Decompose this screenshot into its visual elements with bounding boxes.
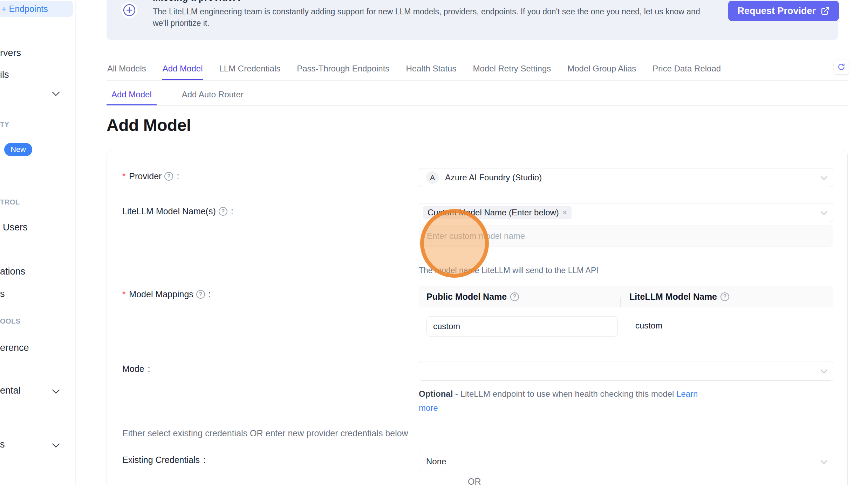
sidebar-item-experimental[interactable]: ental — [0, 385, 21, 396]
add-model-subtabs: Add Model Add Auto Router — [107, 87, 848, 106]
model-names-select[interactable]: Custom Model Name (Enter below) × — [419, 203, 833, 222]
sidebar-item-organizations[interactable]: ations — [0, 266, 25, 277]
tab-llm-credentials[interactable]: LLM Credentials — [218, 59, 281, 80]
sidebar-item-endpoints[interactable]: + Endpoints — [0, 1, 73, 17]
mappings-header-row: Public Model Name ? LiteLLM Model Name ? — [419, 286, 833, 307]
provider-select[interactable]: A Azure AI Foundry (Studio) — [419, 168, 833, 187]
external-link-icon — [821, 6, 830, 15]
provider-label: * Provider ? : — [122, 171, 179, 181]
request-provider-button[interactable]: Request Provider — [728, 1, 839, 21]
chevron-down-icon — [821, 208, 827, 215]
chevron-down-icon — [821, 173, 827, 180]
tab-model-group-alias[interactable]: Model Group Alias — [567, 59, 637, 80]
required-asterisk: * — [122, 172, 125, 181]
litellm-model-name-header: LiteLLM Model Name ? — [620, 292, 833, 302]
sidebar-item-reference[interactable]: erence — [0, 342, 29, 353]
litellm-model-name-value: custom — [635, 321, 662, 331]
refresh-icon — [838, 63, 845, 71]
subtab-add-model[interactable]: Add Model — [107, 87, 157, 105]
mode-label: Mode : — [122, 364, 150, 374]
sidebar-item-teams[interactable]: s — [0, 289, 5, 299]
model-tabs: All Models Add Model LLM Credentials Pas… — [107, 59, 848, 81]
help-icon[interactable]: ? — [219, 207, 227, 216]
tab-all-models[interactable]: All Models — [107, 59, 147, 80]
tab-price-data-reload[interactable]: Price Data Reload — [652, 59, 722, 80]
or-divider: OR — [468, 477, 481, 485]
help-icon[interactable]: ? — [720, 292, 729, 301]
sidebar-item-settings[interactable]: s — [0, 439, 5, 450]
model-mappings-label: * Model Mappings ? : — [122, 289, 211, 299]
plus-circle-icon — [121, 2, 137, 18]
request-provider-label: Request Provider — [737, 6, 816, 16]
tab-health-status[interactable]: Health Status — [405, 59, 457, 80]
required-asterisk: * — [122, 290, 125, 299]
chevron-down-icon[interactable] — [52, 89, 60, 96]
tab-pass-through-endpoints[interactable]: Pass-Through Endpoints — [296, 59, 390, 80]
model-name-tag: Custom Model Name (Enter below) × — [423, 206, 572, 219]
banner-text: Missing a provider? The LiteLLM engineer… — [153, 0, 717, 29]
tab-add-model[interactable]: Add Model — [162, 59, 204, 80]
help-icon[interactable]: ? — [196, 290, 205, 299]
help-icon[interactable]: ? — [164, 172, 173, 181]
sidebar: + Endpoints rvers ils TY New TROL Users … — [0, 0, 76, 485]
existing-credentials-value: None — [426, 457, 446, 466]
provider-value: Azure AI Foundry (Studio) — [445, 173, 542, 182]
public-model-name-header: Public Model Name ? — [419, 292, 620, 302]
sidebar-section-header-tools: OOLS — [0, 317, 21, 325]
help-icon[interactable]: ? — [510, 292, 519, 301]
litellm-admin-page: + Endpoints rvers ils TY New TROL Users … — [0, 0, 868, 485]
learn-more-link[interactable]: Learn — [676, 389, 698, 399]
sidebar-item-endpoints-label: + Endpoints — [1, 4, 48, 14]
existing-credentials-select[interactable]: None — [419, 452, 833, 471]
model-names-label: LiteLLM Model Name(s) ? : — [122, 206, 233, 216]
banner-title: Missing a provider? — [153, 0, 717, 3]
model-name-helper: The model name LiteLLM will send to the … — [419, 266, 599, 275]
page-title: Add Model — [107, 116, 191, 135]
model-mappings-table: Public Model Name ? LiteLLM Model Name ?… — [419, 286, 833, 345]
chevron-down-icon[interactable] — [52, 386, 60, 394]
mode-select[interactable] — [419, 361, 833, 381]
remove-tag-icon[interactable]: × — [562, 208, 567, 217]
existing-credentials-label: Existing Credentials : — [122, 455, 206, 465]
chevron-down-icon — [821, 457, 827, 464]
credentials-note: Either select existing credentials OR en… — [122, 428, 408, 438]
sidebar-section-header-control: TROL — [0, 198, 20, 206]
tab-model-retry-settings[interactable]: Model Retry Settings — [472, 59, 552, 80]
custom-model-name-input[interactable] — [419, 226, 833, 247]
banner-body: The LiteLLM engineering team is constant… — [153, 6, 717, 29]
refresh-button[interactable] — [834, 60, 849, 74]
add-model-form-card: * Provider ? : A Azure AI Foundry (Studi… — [107, 150, 848, 485]
missing-provider-banner: Missing a provider? The LiteLLM engineer… — [107, 0, 838, 40]
sidebar-section-header: TY — [0, 120, 9, 129]
sidebar-item-guardrails[interactable]: ils — [0, 69, 9, 80]
chevron-down-icon[interactable] — [52, 440, 60, 448]
chevron-down-icon — [821, 367, 827, 373]
sidebar-item-users[interactable]: Users — [3, 222, 28, 233]
sidebar-item-servers[interactable]: rvers — [0, 48, 21, 58]
mode-helper: Optional - LiteLLM endpoint to use when … — [419, 387, 698, 415]
mappings-data-row: custom — [419, 307, 833, 345]
new-badge: New — [4, 143, 32, 156]
subtab-add-auto-router[interactable]: Add Auto Router — [177, 87, 248, 105]
provider-avatar: A — [426, 171, 439, 184]
learn-more-link[interactable]: more — [419, 403, 438, 413]
public-model-name-input[interactable] — [426, 316, 618, 337]
